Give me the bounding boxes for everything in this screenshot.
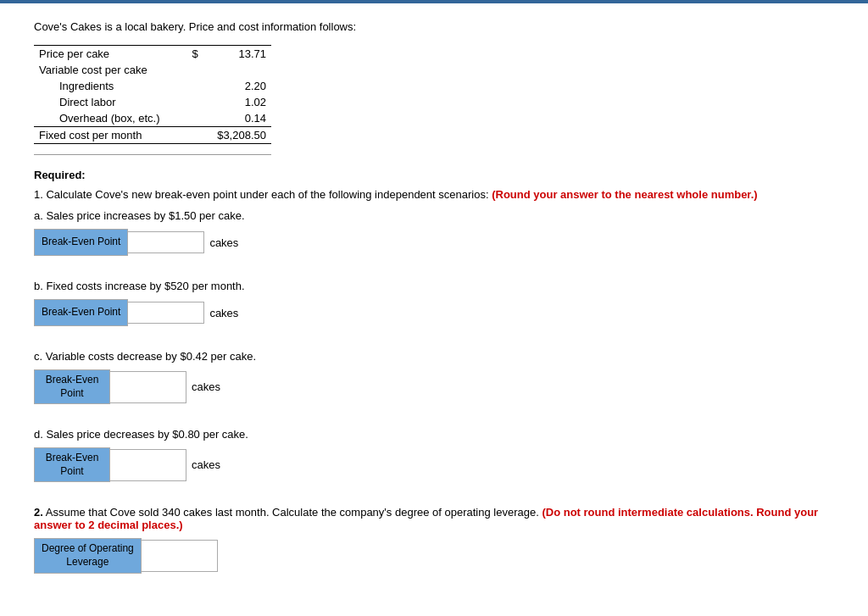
scenario-d-input[interactable] [110,449,186,481]
question2-number: 2. [34,506,43,519]
scenario-b-input-row: Break-Even Point cakes [34,299,834,326]
scenario-d-cakes: cakes [192,458,220,471]
overhead-label: Overhead (box, etc.) [34,110,185,127]
price-label: Price per cake [34,46,185,63]
scenario-c: c. Variable costs decrease by $0.42 per … [34,350,834,404]
scenario-b-label-text: Break-Even Point [42,306,120,319]
dol-input[interactable] [142,540,218,572]
fixed-cost-label: Fixed cost per month [34,127,185,144]
direct-labor-label: Direct labor [34,94,185,110]
question2-main: Assume that Cove sold 340 cakes last mon… [46,506,539,519]
section2: 2. Assume that Cove sold 340 cakes last … [34,506,834,573]
question1-highlight: (Round your answer to the nearest whole … [492,188,758,201]
question1-main: 1. Calculate Cove's new break-even point… [34,188,489,201]
question2-text: 2. Assume that Cove sold 340 cakes last … [34,506,834,531]
scenario-d-label-text: Break-EvenPoint [46,452,99,478]
scenario-b-cakes: cakes [209,307,238,319]
overhead-value: 0.14 [203,110,271,127]
scenario-c-input-row: Break-EvenPoint cakes [34,369,834,404]
scenario-c-input[interactable] [110,371,186,403]
fixed-cost-value: $3,208.50 [203,127,271,144]
scenario-c-cakes: cakes [192,380,220,393]
scenario-d: d. Sales price decreases by $0.80 per ca… [34,428,834,482]
scenario-b-text: b. Fixed costs increase by $520 per mont… [34,280,834,292]
price-prefix: $ [185,46,203,63]
scenario-a-text: a. Sales price increases by $1.50 per ca… [34,209,834,222]
scenario-a-cakes: cakes [209,236,238,249]
dol-label: Degree of OperatingLeverage [34,538,142,573]
scenario-a: a. Sales price increases by $1.50 per ca… [34,209,834,256]
scenario-b-label: Break-Even Point [34,299,128,326]
scenario-c-label-text: Break-EvenPoint [46,374,99,400]
info-table: Price per cake $ 13.71 Variable cost per… [34,45,271,144]
top-bar [0,0,868,3]
required-label: Required: [34,169,834,181]
ingredients-value: 2.20 [203,78,271,94]
scenario-d-label: Break-EvenPoint [34,447,110,482]
scenario-b: b. Fixed costs increase by $520 per mont… [34,280,834,326]
required-bold: Required: [34,169,86,181]
scenario-b-input[interactable] [128,302,204,324]
price-value: 13.71 [203,46,271,63]
direct-labor-value: 1.02 [203,94,271,110]
intro-text: Cove's Cakes is a local bakery. Price an… [34,20,834,33]
scenario-a-label-text: Break-Even Point [42,236,120,249]
scenario-c-label: Break-EvenPoint [34,369,110,404]
scenario-a-input-row: Break-Even Point cakes [34,229,834,256]
scenario-a-label: Break-Even Point [34,229,128,256]
divider [34,154,271,155]
scenario-c-text: c. Variable costs decrease by $0.42 per … [34,350,834,363]
dol-input-row: Degree of OperatingLeverage [34,538,834,573]
scenario-a-input[interactable] [128,231,204,253]
scenario-d-input-row: Break-EvenPoint cakes [34,447,834,482]
scenario-d-text: d. Sales price decreases by $0.80 per ca… [34,428,834,441]
question1-text: 1. Calculate Cove's new break-even point… [34,188,834,201]
required-section: Required: 1. Calculate Cove's new break-… [34,169,834,201]
ingredients-label: Ingredients [34,78,185,94]
variable-cost-label: Variable cost per cake [34,62,185,78]
dol-label-text: Degree of OperatingLeverage [42,542,134,569]
